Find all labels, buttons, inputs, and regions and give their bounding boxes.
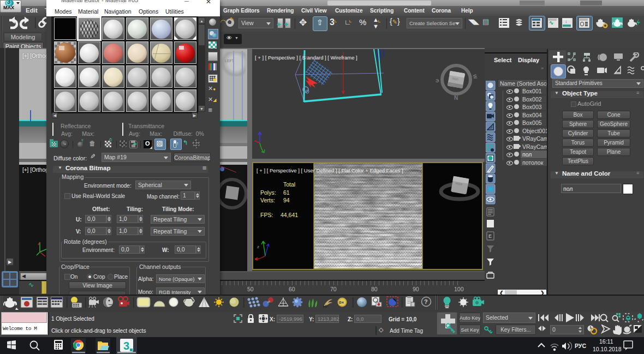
svg-text:0×: 0× xyxy=(339,300,344,305)
svg-text:РУС: РУС xyxy=(575,343,586,349)
svg-text:?: ? xyxy=(424,298,428,305)
svg-text:HF: HF xyxy=(323,304,329,308)
svg-text:E: E xyxy=(488,233,492,239)
svg-text:z: z xyxy=(257,244,259,249)
svg-text:10.10.2018: 10.10.2018 xyxy=(593,346,622,352)
svg-text:3: 3 xyxy=(123,340,129,352)
svg-text:W: W xyxy=(472,74,478,80)
svg-text:Э: Э xyxy=(436,78,439,83)
svg-text:16:11: 16:11 xyxy=(599,338,613,345)
svg-text:N: N xyxy=(454,95,458,101)
